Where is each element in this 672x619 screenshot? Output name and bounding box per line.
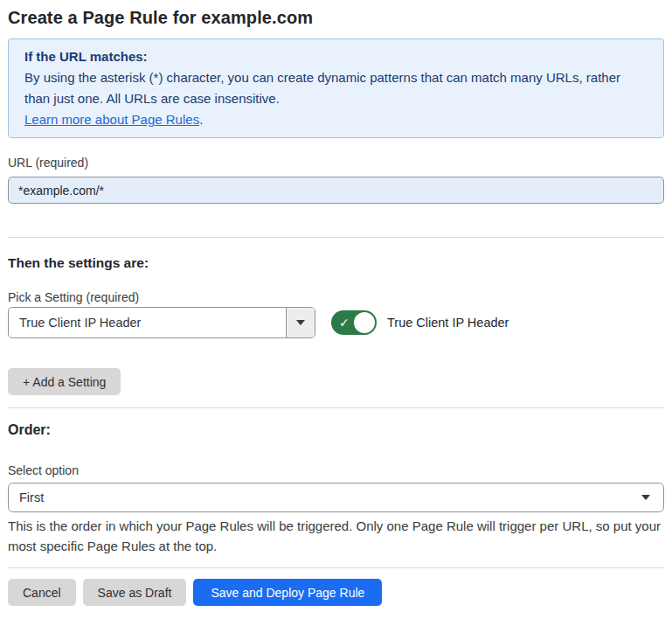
setting-select[interactable]: True Client IP Header: [8, 307, 315, 338]
setting-row: True Client IP Header ✓ True Client IP H…: [8, 307, 664, 338]
check-icon: ✓: [339, 316, 350, 329]
pick-setting-label: Pick a Setting (required): [8, 290, 664, 304]
setting-toggle-group: ✓ True Client IP Header: [331, 310, 509, 335]
chevron-down-icon: [641, 495, 650, 500]
chevron-down-icon: [296, 320, 305, 325]
divider: [8, 567, 664, 568]
dropdown-button[interactable]: [286, 308, 315, 337]
info-box-body: By using the asterisk (*) character, you…: [24, 67, 648, 109]
create-page-rule-panel: Create a Page Rule for example.com If th…: [0, 0, 672, 618]
url-input[interactable]: [8, 177, 664, 204]
save-and-deploy-button[interactable]: Save and Deploy Page Rule: [193, 579, 382, 606]
info-box-text: By using the asterisk (*) character, you…: [24, 70, 620, 106]
url-match-info-box: If the URL matches: By using the asteris…: [8, 38, 664, 138]
add-setting-button[interactable]: + Add a Setting: [8, 368, 121, 395]
page-title: Create a Page Rule for example.com: [8, 7, 664, 28]
setting-toggle[interactable]: ✓: [331, 310, 377, 335]
order-section-heading: Order:: [8, 421, 664, 438]
url-field-label: URL (required): [8, 156, 664, 170]
order-select[interactable]: First: [8, 483, 664, 512]
info-box-link-line: Learn more about Page Rules.: [24, 109, 648, 130]
divider: [8, 237, 664, 238]
link-period: .: [199, 112, 203, 127]
setting-toggle-label: True Client IP Header: [387, 316, 509, 330]
order-select-value: First: [19, 490, 44, 504]
order-select-label: Select option: [8, 463, 664, 477]
learn-more-link[interactable]: Learn more about Page Rules: [24, 112, 199, 127]
toggle-knob: [354, 312, 375, 333]
divider: [8, 407, 664, 408]
settings-section-heading: Then the settings are:: [8, 255, 664, 271]
setting-select-value: True Client IP Header: [9, 308, 286, 337]
save-as-draft-button[interactable]: Save as Draft: [83, 579, 187, 606]
cancel-button[interactable]: Cancel: [8, 579, 76, 606]
info-box-heading: If the URL matches:: [24, 46, 648, 67]
order-help-text: This is the order in which your Page Rul…: [8, 516, 664, 556]
footer-buttons: Cancel Save as Draft Save and Deploy Pag…: [8, 579, 664, 606]
